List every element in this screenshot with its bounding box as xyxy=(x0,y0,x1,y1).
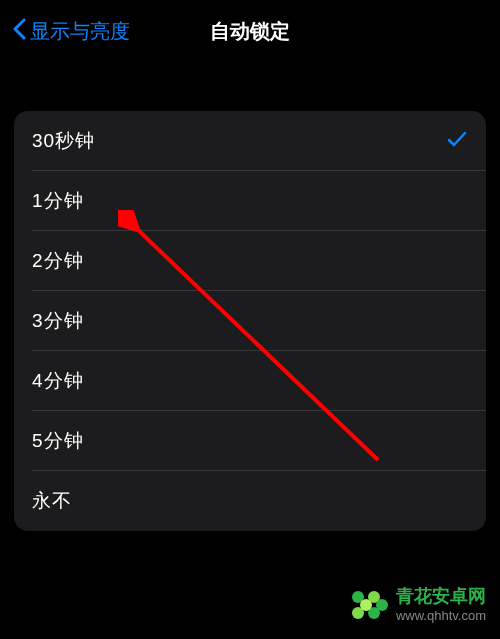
option-label: 1分钟 xyxy=(32,188,84,214)
option-4-minutes[interactable]: 4分钟 xyxy=(14,351,486,411)
option-label: 3分钟 xyxy=(32,308,84,334)
option-3-minutes[interactable]: 3分钟 xyxy=(14,291,486,351)
watermark-url: www.qhhtv.com xyxy=(396,608,486,624)
svg-point-5 xyxy=(360,599,372,611)
page-title: 自动锁定 xyxy=(210,18,290,45)
option-5-minutes[interactable]: 5分钟 xyxy=(14,411,486,471)
checkmark-icon xyxy=(446,128,468,154)
option-label: 5分钟 xyxy=(32,428,84,454)
watermark-logo-icon xyxy=(346,583,390,627)
watermark-title: 青花安卓网 xyxy=(396,586,486,608)
header-bar: 显示与亮度 自动锁定 xyxy=(0,0,500,63)
option-label: 4分钟 xyxy=(32,368,84,394)
option-label: 2分钟 xyxy=(32,248,84,274)
watermark-text: 青花安卓网 www.qhhtv.com xyxy=(396,586,486,623)
option-2-minutes[interactable]: 2分钟 xyxy=(14,231,486,291)
option-1-minute[interactable]: 1分钟 xyxy=(14,171,486,231)
option-label: 30秒钟 xyxy=(32,128,95,154)
back-button[interactable]: 显示与亮度 xyxy=(12,18,130,45)
option-label: 永不 xyxy=(32,488,72,514)
option-never[interactable]: 永不 xyxy=(14,471,486,531)
back-label: 显示与亮度 xyxy=(30,18,130,45)
chevron-left-icon xyxy=(12,18,26,45)
option-30-seconds[interactable]: 30秒钟 xyxy=(14,111,486,171)
svg-point-6 xyxy=(376,599,388,611)
auto-lock-options: 30秒钟 1分钟 2分钟 3分钟 4分钟 5分钟 永不 xyxy=(14,111,486,531)
watermark: 青花安卓网 www.qhhtv.com xyxy=(346,583,486,627)
